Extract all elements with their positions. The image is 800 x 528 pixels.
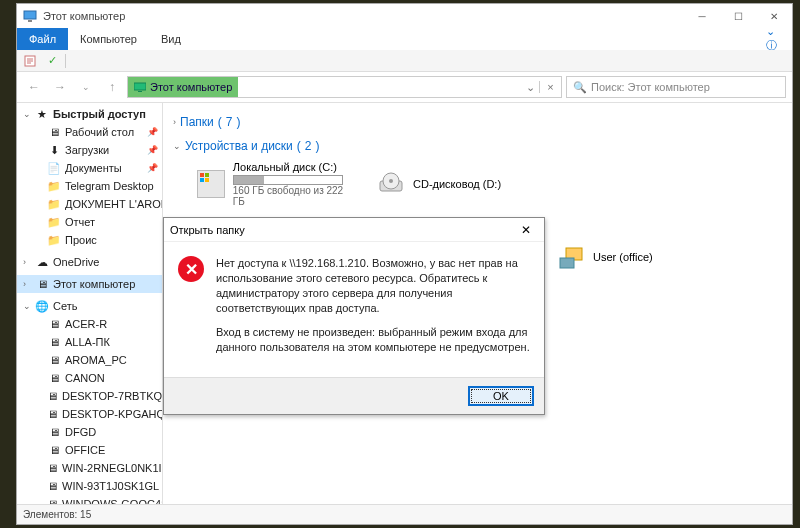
downloads-icon: ⬇ (47, 143, 61, 157)
computer-icon: 🖥 (47, 317, 61, 331)
computer-icon: 🖥 (47, 371, 61, 385)
svg-rect-6 (205, 173, 209, 177)
maximize-button[interactable]: ☐ (720, 4, 756, 28)
svg-rect-8 (205, 178, 209, 182)
dialog-message-2: Вход в систему не произведен: выбранный … (216, 325, 530, 355)
sidebar-item[interactable]: 🖥WINDOWS-GQOC4SK (17, 495, 162, 504)
thispc-icon (23, 9, 37, 23)
chevron-right-icon: › (173, 117, 176, 127)
svg-rect-18 (560, 258, 574, 268)
pin-icon: 📌 (147, 145, 158, 155)
computer-icon: 🖥 (47, 425, 61, 439)
sidebar-item[interactable]: 🖥DFGD (17, 423, 162, 441)
sidebar-item[interactable]: 📁Telegram Desktop (17, 177, 162, 195)
computer-icon: 🖥 (47, 461, 58, 475)
computer-icon: 🖥 (47, 335, 61, 349)
cloud-icon: ☁ (35, 255, 49, 269)
drive-sub: 160 ГБ свободно из 222 ГБ (233, 185, 357, 207)
network-icon: 🌐 (35, 299, 49, 313)
computer-icon: 🖥 (47, 479, 58, 493)
sidebar-item[interactable]: 📁Проис (17, 231, 162, 249)
refresh-button[interactable]: × (539, 81, 561, 93)
sidebar-item[interactable]: 🖥WIN-93T1J0SK1GL (17, 477, 162, 495)
thispc-icon: 🖥 (35, 277, 49, 291)
group-folders[interactable]: › Папки (7) (173, 109, 782, 133)
forward-button[interactable]: → (49, 76, 71, 98)
chevron-down-icon: ⌄ (23, 301, 31, 311)
search-icon: 🔍 (573, 81, 587, 94)
sidebar-item[interactable]: 🖥DESKTOP-7RBTKQA (17, 387, 162, 405)
computer-icon: 🖥 (47, 353, 61, 367)
window-title: Этот компьютер (43, 10, 125, 22)
address-dropdown-icon[interactable]: ⌄ (521, 81, 539, 94)
dialog-message-1: Нет доступа к \\192.168.1.210. Возможно,… (216, 256, 530, 315)
sidebar-item[interactable]: 🖥ALLA-ПК (17, 333, 162, 351)
checkmark-icon[interactable]: ✓ (43, 52, 61, 70)
dialog-title: Открыть папку (170, 224, 245, 236)
sidebar-item[interactable]: 🖥Рабочий стол📌 (17, 123, 162, 141)
sidebar-item[interactable]: 🖥ACER-R (17, 315, 162, 333)
sidebar-item[interactable]: 🖥CANON (17, 369, 162, 387)
svg-rect-0 (24, 11, 36, 19)
sidebar-item[interactable]: 📁Отчет (17, 213, 162, 231)
address-segment[interactable]: Этот компьютер (128, 77, 238, 97)
svg-rect-5 (200, 173, 204, 177)
menu-view[interactable]: Вид (149, 28, 193, 50)
recent-dropdown[interactable]: ⌄ (75, 76, 97, 98)
documents-icon: 📄 (47, 161, 61, 175)
sidebar-item[interactable]: 📁ДОКУМЕНТ L'AROMA (17, 195, 162, 213)
sidebar: ⌄ ★ Быстрый доступ 🖥Рабочий стол📌 ⬇Загру… (17, 103, 163, 504)
disc-icon (377, 170, 405, 198)
star-icon: ★ (35, 107, 49, 121)
sidebar-item[interactable]: 📄Документы📌 (17, 159, 162, 177)
minimize-button[interactable]: ─ (684, 4, 720, 28)
search-placeholder: Поиск: Этот компьютер (591, 81, 710, 93)
up-button[interactable]: ↑ (101, 76, 123, 98)
svg-rect-4 (138, 91, 142, 92)
chevron-down-icon: ⌄ (23, 109, 31, 119)
sidebar-onedrive[interactable]: ›☁OneDrive (17, 253, 162, 271)
svg-rect-7 (200, 178, 204, 182)
status-text: Элементов: 15 (23, 509, 91, 520)
back-button[interactable]: ← (23, 76, 45, 98)
properties-icon[interactable] (21, 52, 39, 70)
search-input[interactable]: 🔍 Поиск: Этот компьютер (566, 76, 786, 98)
error-icon: ✕ (178, 256, 204, 282)
sidebar-item[interactable]: 🖥OFFICE (17, 441, 162, 459)
item-label: User (office) (593, 251, 653, 263)
sidebar-item[interactable]: 🖥WIN-2RNEGL0NK1I (17, 459, 162, 477)
svg-point-11 (389, 179, 393, 183)
drive-label: Локальный диск (C:) (233, 161, 357, 173)
address-label: Этот компьютер (150, 81, 232, 93)
menu-computer[interactable]: Компьютер (68, 28, 149, 50)
net-location[interactable]: User (office) (557, 243, 717, 271)
pin-icon: 📌 (147, 163, 158, 173)
titlebar: Этот компьютер ─ ☐ ✕ (17, 4, 792, 28)
statusbar: Элементов: 15 (17, 504, 792, 524)
drive-d[interactable]: CD-дисковод (D:) (377, 161, 537, 207)
help-icon[interactable]: ⌄ ⓘ (766, 28, 786, 50)
address-box[interactable]: Этот компьютер ⌄ × (127, 76, 562, 98)
sidebar-item[interactable]: 🖥AROMA_PC (17, 351, 162, 369)
chevron-right-icon: › (23, 279, 31, 289)
folder-icon: 📁 (47, 197, 61, 211)
dialog-ok-button[interactable]: OK (468, 386, 534, 406)
error-dialog: Открыть папку ✕ ✕ Нет доступа к \\192.16… (163, 217, 545, 415)
sidebar-label: Быстрый доступ (53, 108, 146, 120)
sidebar-thispc[interactable]: ›🖥Этот компьютер (17, 275, 162, 293)
drive-c[interactable]: Локальный диск (C:) 160 ГБ свободно из 2… (197, 161, 357, 207)
quick-toolbar: ✓ (17, 50, 792, 72)
sidebar-item[interactable]: ⬇Загрузки📌 (17, 141, 162, 159)
sidebar-network[interactable]: ⌄🌐Сеть (17, 297, 162, 315)
desktop-icon: 🖥 (47, 125, 61, 139)
folder-icon: 📁 (47, 233, 61, 247)
svg-rect-3 (134, 83, 146, 90)
addressbar: ← → ⌄ ↑ Этот компьютер ⌄ × 🔍 Поиск: Этот… (17, 72, 792, 102)
dialog-close-button[interactable]: ✕ (514, 223, 538, 237)
menu-file[interactable]: Файл (17, 28, 68, 50)
dialog-titlebar: Открыть папку ✕ (164, 218, 544, 242)
sidebar-quick-access[interactable]: ⌄ ★ Быстрый доступ (17, 105, 162, 123)
sidebar-item[interactable]: 🖥DESKTOP-KPGAHQU (17, 405, 162, 423)
computer-icon: 🖥 (47, 443, 61, 457)
group-drives[interactable]: ⌄ Устройства и диски (2) (173, 133, 782, 157)
